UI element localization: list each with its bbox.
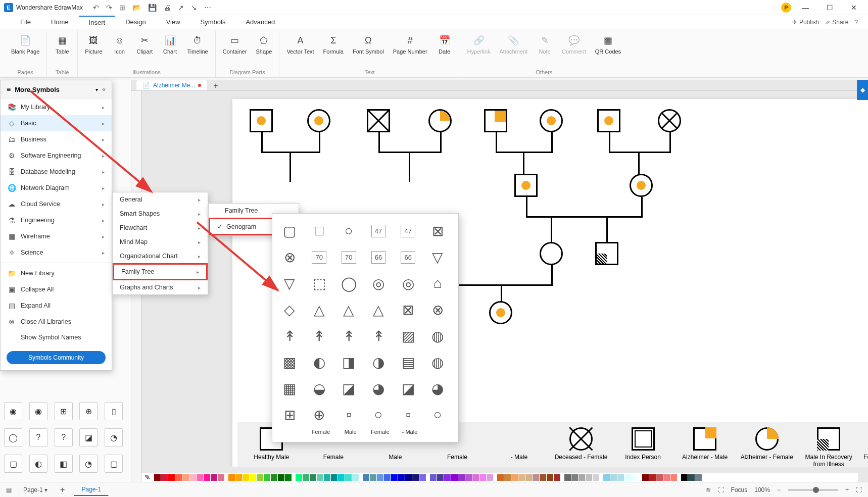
menu-insert[interactable]: Insert <box>79 16 116 28</box>
sidebar-item-my-library[interactable]: 📚My Library▸ <box>1 99 112 115</box>
gallery-symbol[interactable]: ↟ <box>339 326 359 346</box>
color-swatch[interactable] <box>540 474 546 481</box>
color-swatch[interactable] <box>487 474 493 481</box>
add-tab-button[interactable]: + <box>207 81 224 90</box>
gallery-symbol[interactable]: ▦ <box>279 378 300 399</box>
male-corner-symbol[interactable] <box>484 109 507 132</box>
gallery-symbol[interactable]: □ <box>309 221 329 241</box>
gallery-symbol[interactable]: ◎ <box>398 273 418 293</box>
collapse-panel-icon[interactable]: « <box>102 86 106 93</box>
color-swatch[interactable] <box>458 474 465 481</box>
sidebar-item-business[interactable]: 🗂Business▸ <box>1 131 112 147</box>
color-swatch[interactable] <box>331 474 337 481</box>
focus-button[interactable]: Focus <box>731 486 748 493</box>
page-tab[interactable]: Page-1 <box>74 483 109 496</box>
gallery-symbol[interactable]: 70 <box>339 247 359 267</box>
gallery-symbol[interactable]: ▨ <box>398 326 418 346</box>
ribbon-font-symbol[interactable]: ΩFont Symbol <box>350 33 387 56</box>
submenu-item-flowchart[interactable]: Flowchart▸ <box>113 221 208 235</box>
canvas[interactable]: Healthy Male Female Male Female - Male D… <box>141 90 868 467</box>
gallery-symbol[interactable]: ↟ <box>309 326 329 346</box>
color-swatch[interactable] <box>656 474 663 481</box>
female-quarter-symbol[interactable] <box>428 109 452 132</box>
sidebar-action-new-library[interactable]: 📁New Library <box>1 265 112 281</box>
document-tab[interactable]: 📄 Alzheimer Me... <box>136 80 207 90</box>
gallery-symbol[interactable]: △ <box>368 300 389 320</box>
ribbon-container[interactable]: ▭Container <box>220 33 250 56</box>
menu-advanced[interactable]: Advanced <box>235 16 285 28</box>
color-swatch[interactable] <box>243 474 249 481</box>
color-swatch[interactable] <box>271 474 277 481</box>
undo-icon[interactable]: ↶ <box>93 4 99 12</box>
gallery-symbol[interactable]: ◎ <box>368 273 389 293</box>
shape-cell[interactable]: ◔ <box>79 455 98 473</box>
gallery-symbol[interactable]: ⊗ <box>279 247 300 267</box>
gallery-symbol[interactable]: ◕ <box>368 378 389 399</box>
minimize-button[interactable]: — <box>795 0 815 15</box>
gallery-symbol[interactable]: ⬚ <box>309 273 329 293</box>
gallery-symbol[interactable]: 47 <box>398 221 418 241</box>
color-swatch[interactable] <box>632 474 638 481</box>
ribbon-formula[interactable]: ΣFormula <box>320 33 347 56</box>
color-swatch[interactable] <box>228 474 235 481</box>
color-swatch[interactable] <box>296 474 302 481</box>
female-symbol[interactable] <box>540 242 563 265</box>
shape-cell[interactable]: ? <box>55 428 73 446</box>
shape-cell[interactable]: ▢ <box>4 455 22 473</box>
open-icon[interactable]: 📂 <box>132 4 141 12</box>
male-symbol[interactable] <box>597 109 620 132</box>
share-button[interactable]: ⇗ Share <box>825 19 848 26</box>
color-swatch[interactable] <box>525 474 532 481</box>
color-swatch[interactable] <box>154 474 161 481</box>
gallery-symbol[interactable]: ◕ <box>427 378 448 399</box>
shape-cell[interactable]: ◔ <box>105 428 123 446</box>
color-swatch[interactable] <box>578 474 585 481</box>
sidebar-item-software-engineering[interactable]: ⚙Software Engineering▸ <box>1 147 112 164</box>
color-swatch[interactable] <box>642 474 649 481</box>
menu-view[interactable]: View <box>156 16 190 28</box>
color-swatch[interactable] <box>189 474 196 481</box>
export-icon[interactable]: ↗ <box>178 4 184 12</box>
color-swatch[interactable] <box>663 474 670 481</box>
deceased-male-symbol[interactable] <box>367 109 390 132</box>
color-swatch[interactable] <box>702 474 709 481</box>
color-swatch[interactable] <box>695 474 702 481</box>
color-swatch[interactable] <box>161 474 168 481</box>
sidebar-action-close-all-libraries[interactable]: ⊗Close All Libraries <box>1 314 112 330</box>
ribbon-table[interactable]: ▦Table <box>51 33 73 56</box>
menu-design[interactable]: Design <box>115 16 156 28</box>
deceased-female-symbol[interactable] <box>658 109 681 132</box>
color-swatch[interactable] <box>391 474 398 481</box>
layers-icon[interactable]: ≋ <box>706 486 711 493</box>
shape-cell[interactable]: ? <box>29 428 47 446</box>
color-swatch[interactable] <box>324 474 330 481</box>
color-swatch[interactable] <box>204 474 210 481</box>
color-swatch[interactable] <box>533 474 539 481</box>
shape-cell[interactable]: ▢ <box>105 455 123 473</box>
color-swatch[interactable] <box>586 474 592 481</box>
color-swatch[interactable] <box>370 474 376 481</box>
submenu-item-family-tree[interactable]: Family Tree▸ <box>113 263 208 280</box>
gallery-symbol[interactable]: ⊠ <box>398 300 418 320</box>
color-swatch[interactable] <box>168 474 175 481</box>
color-swatch[interactable] <box>211 474 217 481</box>
gallery-symbol[interactable]: ◯ <box>339 273 359 293</box>
ribbon-shape[interactable]: ⬠Shape <box>253 33 275 56</box>
sidebar-item-wireframe[interactable]: ▦Wireframe▸ <box>1 228 112 244</box>
color-swatch[interactable] <box>197 474 203 481</box>
ribbon-blank-page[interactable]: 📄Blank Page <box>8 33 42 56</box>
ribbon-picture[interactable]: 🖼Picture <box>82 33 105 56</box>
shape-cell[interactable]: ◧ <box>55 455 73 473</box>
ribbon-comment[interactable]: 💬Comment <box>559 33 589 56</box>
color-swatch[interactable] <box>250 474 256 481</box>
eyedropper-icon[interactable]: ✎ <box>144 473 151 481</box>
gallery-symbol[interactable]: ▢ <box>279 221 300 241</box>
sidebar-item-database-modeling[interactable]: 🗄Database Modeling▸ <box>1 164 112 180</box>
color-swatch[interactable] <box>547 474 553 481</box>
gallery-symbol[interactable]: △ <box>339 300 359 320</box>
color-swatch[interactable] <box>688 474 695 481</box>
color-swatch[interactable] <box>405 474 412 481</box>
color-swatch[interactable] <box>504 474 511 481</box>
color-swatch[interactable] <box>235 474 242 481</box>
gallery-symbol[interactable]: ◑ <box>368 352 389 372</box>
